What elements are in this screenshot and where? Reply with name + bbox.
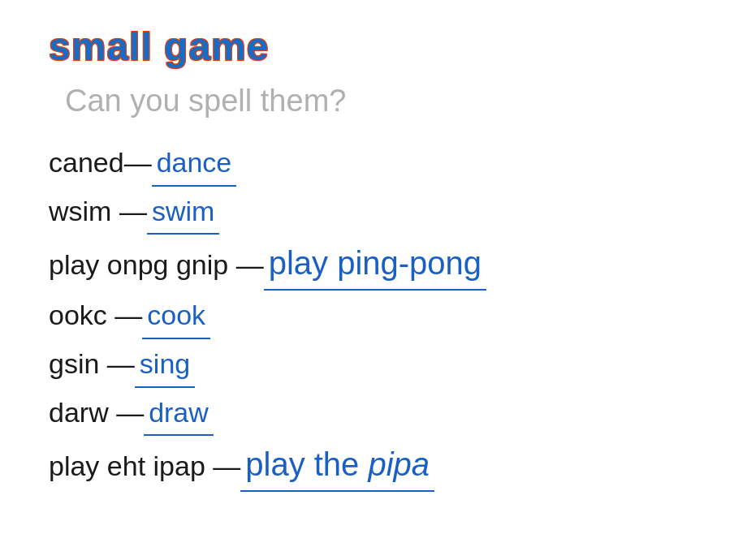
- list-item: wsim — swim: [49, 190, 698, 235]
- answer-text: dance: [152, 141, 237, 187]
- answer-text: draw: [144, 391, 214, 437]
- answer-text: play the pipa: [240, 439, 434, 492]
- scrambled-text: ookc —: [49, 294, 142, 337]
- word-list: caned— dance wsim — swim play onpg gnip …: [49, 141, 698, 492]
- page-container: small game Can you spell them? caned— da…: [49, 24, 698, 492]
- answer-text: cook: [142, 294, 210, 339]
- list-item: ookc — cook: [49, 294, 698, 339]
- answer-text: swim: [147, 190, 219, 235]
- answer-text: sing: [135, 342, 195, 388]
- scrambled-text: gsin —: [49, 342, 135, 386]
- list-item: darw — draw: [49, 391, 698, 437]
- scrambled-text: darw —: [49, 391, 144, 434]
- scrambled-text: wsim —: [49, 190, 147, 233]
- list-item: play eht ipap — play the pipa: [49, 439, 698, 492]
- subtitle: Can you spell them?: [65, 84, 698, 118]
- answer-text: play ping-pong: [264, 238, 486, 291]
- page-title: small game: [49, 24, 698, 69]
- list-item: play onpg gnip — play ping-pong: [49, 238, 698, 291]
- scrambled-text: caned—: [49, 141, 152, 184]
- list-item: caned— dance: [49, 141, 698, 187]
- list-item: gsin — sing: [49, 342, 698, 388]
- scrambled-text: play eht ipap —: [49, 445, 240, 488]
- scrambled-text: play onpg gnip —: [49, 243, 264, 286]
